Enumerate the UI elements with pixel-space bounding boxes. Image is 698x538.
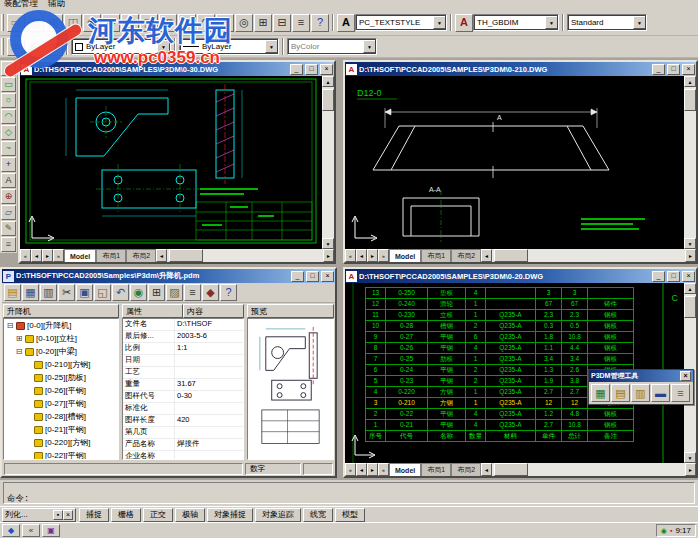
close-button[interactable]: × bbox=[321, 271, 334, 282]
horizontal-scrollbar[interactable]: ◄ ► bbox=[481, 463, 696, 476]
tree-expander-icon[interactable]: ⊟ bbox=[15, 347, 23, 356]
pdm-toolbar-button[interactable]: ▨ bbox=[166, 284, 183, 301]
scroll-left-icon[interactable]: ◄ bbox=[481, 463, 492, 476]
scroll-up-icon[interactable]: ▲ bbox=[322, 76, 334, 87]
tab-last-button[interactable]: » bbox=[378, 463, 389, 476]
scroll-thumb[interactable] bbox=[494, 249, 528, 262]
command-prompt[interactable]: 命令: bbox=[7, 493, 691, 503]
tab-layout2[interactable]: 布局2 bbox=[451, 463, 481, 476]
toolbar-grip[interactable] bbox=[1, 14, 4, 31]
tree-item[interactable]: ⊟ [0-0][升降机] bbox=[4, 319, 118, 332]
scroll-right-icon[interactable]: ► bbox=[323, 249, 334, 262]
maximize-button[interactable]: □ bbox=[667, 64, 680, 75]
scroll-down-icon[interactable]: ▼ bbox=[684, 238, 696, 249]
toolbar-button[interactable]: ▦ bbox=[45, 38, 63, 56]
status-toggle[interactable]: 线宽 bbox=[303, 508, 333, 522]
taskbar-button[interactable]: « bbox=[22, 524, 40, 537]
pdm-toolbar-button[interactable]: ◉ bbox=[130, 284, 147, 301]
chevron-down-icon[interactable]: ▼ bbox=[157, 40, 170, 53]
tab-layout2[interactable]: 布局2 bbox=[126, 249, 156, 262]
menu-item[interactable]: 装配管理 bbox=[4, 0, 38, 10]
draw-toolbar-button[interactable]: ~ bbox=[1, 141, 16, 156]
scroll-right-icon[interactable]: ► bbox=[685, 249, 696, 262]
tab-prev-button[interactable]: ◄ bbox=[356, 463, 367, 476]
palette-button[interactable]: ≡ bbox=[671, 384, 690, 402]
status-toggle[interactable]: 对象捕捉 bbox=[207, 508, 253, 522]
scroll-left-icon[interactable]: ◄ bbox=[156, 249, 167, 262]
close-button[interactable]: × bbox=[320, 64, 333, 75]
property-grid[interactable]: 文件名 D:\THSOF 最后修... 2003-5-6 比例 1: bbox=[122, 318, 244, 460]
property-row[interactable]: 最后修... 2003-5-6 bbox=[123, 331, 243, 343]
tree-item[interactable]: [0-22][平钢] bbox=[4, 449, 118, 460]
tree-item[interactable]: [0-27][平钢] bbox=[4, 397, 118, 410]
toolbar-button[interactable]: ▥ bbox=[45, 14, 63, 32]
close-icon[interactable]: × bbox=[63, 510, 73, 520]
plotstyle-combo[interactable]: ByColor ▼ bbox=[287, 38, 377, 55]
tab-next-button[interactable]: ► bbox=[367, 249, 378, 262]
toolbar-button[interactable]: ? bbox=[311, 14, 329, 32]
tab-model[interactable]: Model bbox=[389, 463, 421, 476]
minimize-button[interactable]: _ bbox=[291, 271, 304, 282]
property-row[interactable]: 标准化 bbox=[123, 403, 243, 415]
command-history[interactable]: 命令: bbox=[3, 482, 695, 504]
dim-style-icon-button[interactable]: A bbox=[455, 14, 473, 32]
tree-item[interactable]: ⊟ [0-20][中梁] bbox=[4, 345, 118, 358]
color-combo[interactable]: ByLayer ▼ bbox=[71, 38, 171, 55]
toolbar-button[interactable]: ≡ bbox=[292, 14, 310, 32]
chevron-down-icon[interactable]: ▼ bbox=[433, 16, 446, 29]
tree-expander-icon[interactable]: ⊟ bbox=[6, 321, 14, 330]
toolbar-button[interactable]: ◱ bbox=[140, 14, 158, 32]
tab-layout2[interactable]: 布局2 bbox=[451, 249, 481, 262]
window-titlebar[interactable]: A D:\THSOFT\PCCAD2005\SAMPLES\P3DM\0-20.… bbox=[345, 269, 696, 283]
draw-toolbar-button[interactable]: ▭ bbox=[1, 77, 16, 92]
pdm-toolbar-button[interactable]: ⊞ bbox=[148, 284, 165, 301]
toolbar-button[interactable]: ◉ bbox=[83, 14, 101, 32]
horizontal-scrollbar[interactable]: ◄ ► bbox=[481, 249, 696, 262]
docked-palette[interactable]: 列化... ▪ × bbox=[2, 508, 76, 522]
scroll-thumb[interactable] bbox=[322, 89, 334, 111]
pdm-toolbar-button[interactable]: ▥ bbox=[40, 284, 57, 301]
minimize-button[interactable]: _ bbox=[652, 64, 665, 75]
chevron-down-icon[interactable]: ▼ bbox=[633, 16, 646, 29]
tab-first-button[interactable]: « bbox=[345, 463, 356, 476]
toolbar-button[interactable]: ◧ bbox=[26, 38, 44, 56]
property-row[interactable]: 比例 1:1 bbox=[123, 343, 243, 355]
property-row[interactable]: 文件名 D:\THSOF bbox=[123, 319, 243, 331]
draw-toolbar-button[interactable]: ◇ bbox=[1, 125, 16, 140]
tree-item[interactable]: [0-220][方钢] bbox=[4, 436, 118, 449]
taskbar-button[interactable]: ▣ bbox=[42, 524, 60, 537]
property-row[interactable]: 图样长度 420 bbox=[123, 415, 243, 427]
scroll-right-icon[interactable]: ► bbox=[685, 463, 696, 476]
property-row[interactable]: 工艺 bbox=[123, 367, 243, 379]
scroll-up-icon[interactable]: ▲ bbox=[684, 283, 696, 294]
maximize-button[interactable]: □ bbox=[305, 64, 318, 75]
scroll-thumb[interactable] bbox=[169, 249, 203, 262]
toolbar-button[interactable]: ◫ bbox=[64, 14, 82, 32]
property-row[interactable]: 第几页 bbox=[123, 427, 243, 439]
tray-icon[interactable]: ◉ bbox=[661, 527, 667, 535]
property-column-header[interactable]: 属性 bbox=[122, 304, 183, 318]
scroll-left-icon[interactable]: ◄ bbox=[481, 249, 492, 262]
draw-toolbar-button[interactable]: ╱ bbox=[1, 61, 16, 76]
maximize-button[interactable]: □ bbox=[667, 271, 680, 282]
tab-last-button[interactable]: » bbox=[53, 249, 64, 262]
status-toggle[interactable]: 极轴 bbox=[175, 508, 205, 522]
status-toggle[interactable]: 正交 bbox=[143, 508, 173, 522]
tree-item[interactable]: [0-210][方钢] bbox=[4, 358, 118, 371]
property-row[interactable]: 日期 bbox=[123, 355, 243, 367]
close-button[interactable]: × bbox=[682, 271, 695, 282]
status-toggle[interactable]: 对象追踪 bbox=[255, 508, 301, 522]
taskbar-button[interactable]: ◆ bbox=[2, 524, 20, 537]
tab-model[interactable]: Model bbox=[389, 249, 421, 262]
property-row[interactable]: 企业名称 bbox=[123, 451, 243, 460]
chevron-down-icon[interactable]: ▼ bbox=[363, 40, 376, 53]
draw-toolbar-button[interactable]: ✎ bbox=[1, 221, 16, 236]
toolbar-button[interactable]: ✂ bbox=[102, 14, 120, 32]
toolbar-button[interactable]: ▦ bbox=[26, 14, 44, 32]
chevron-down-icon[interactable]: ▼ bbox=[545, 16, 558, 29]
toolbar-button[interactable]: ◎ bbox=[235, 14, 253, 32]
tab-first-button[interactable]: « bbox=[20, 249, 31, 262]
tree-item[interactable]: [0-25][肋板] bbox=[4, 371, 118, 384]
draw-toolbar-button[interactable]: ○ bbox=[1, 93, 16, 108]
scroll-down-icon[interactable]: ▼ bbox=[684, 452, 696, 463]
